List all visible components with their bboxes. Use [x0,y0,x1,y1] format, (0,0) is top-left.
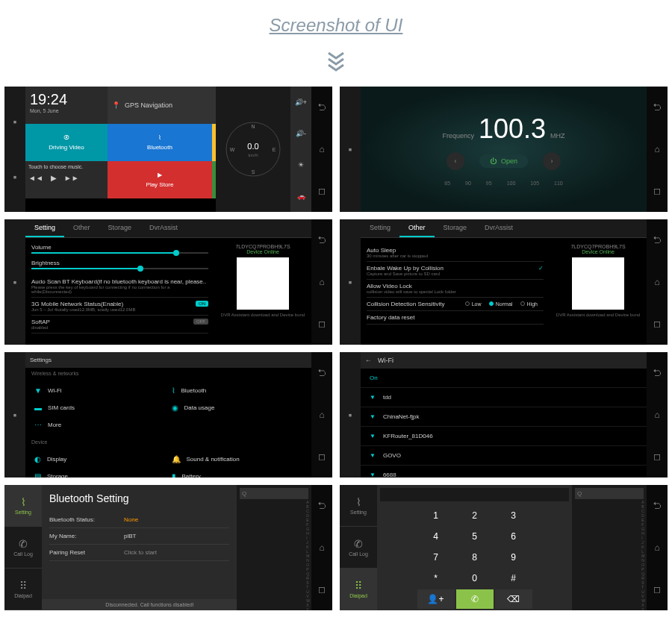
home-icon[interactable]: ⌂ [654,542,659,553]
volume-up-icon[interactable]: 🔊+ [295,98,307,106]
off-toggle[interactable]: OFF [193,319,208,325]
volume-slider[interactable] [31,252,208,254]
bt-side-calllog[interactable]: ✆ Call Log [340,527,377,569]
back-icon[interactable]: ⮌ [317,102,326,113]
bluetooth-tile[interactable]: ⌇ Bluetooth [108,124,212,161]
opt-normal[interactable]: Normal [489,301,513,307]
back-icon[interactable]: ⮌ [653,501,662,511]
open-button[interactable]: ⏻ Open [479,154,528,168]
home-icon[interactable]: ⌂ [654,144,659,154]
clock-widget[interactable]: 19:24 Mon, 5 June [25,87,108,124]
music-widget[interactable]: Touch to choose music. ◄◄ ▶ ►► [25,161,108,198]
recent-icon[interactable]: ◻ [318,186,326,196]
auto-sleep-setting[interactable]: Auto Sleep 30 minutes after car is stopp… [367,244,544,262]
tab-storage[interactable]: Storage [99,219,141,237]
back-icon[interactable]: ⮌ [653,368,662,378]
back-icon[interactable]: ⮌ [317,501,326,511]
prev-station-button[interactable]: ‹ [447,152,464,170]
wake-collision-setting[interactable]: ✓ Enbale Wake Up by Collision Capture an… [367,262,544,280]
tab-dvrassist[interactable]: DvrAssist [140,219,187,237]
bt-keyboard-setting[interactable]: Audo Scan BT Keyboard(if no bluetooth ke… [31,275,208,298]
softap-setting[interactable]: OFF SoftAP disabled [31,316,208,334]
key-5[interactable]: 5 [456,527,494,546]
key-call[interactable]: ✆ [456,589,494,609]
tab-setting[interactable]: Setting [361,219,399,237]
key-1[interactable]: 1 [417,506,455,525]
wifi-network[interactable]: ▼6688 [361,466,647,477]
brightness-slider[interactable] [31,268,208,269]
back-icon[interactable]: ⮌ [317,368,326,378]
home-icon[interactable]: ⌂ [319,542,324,553]
bluetooth-item[interactable]: ⌇Bluetooth [169,382,306,399]
key-8[interactable]: 8 [456,548,494,567]
collision-sensitivity-setting[interactable]: Collision Detection Sensitivity Low Norm… [367,298,544,311]
home-icon[interactable]: ⌂ [654,277,659,287]
key-backspace[interactable]: ⌫ [495,589,532,609]
car-icon[interactable]: 🚗 [297,192,305,200]
wifi-toggle[interactable]: On [361,369,647,388]
tab-other[interactable]: Other [399,219,435,237]
key-2[interactable]: 2 [456,506,494,525]
recent-icon[interactable]: ◻ [653,584,661,595]
key-9[interactable]: 9 [495,548,532,567]
search-input[interactable] [240,488,308,499]
key-4[interactable]: 4 [417,527,455,546]
key-3[interactable]: 3 [495,506,532,525]
tab-storage[interactable]: Storage [435,219,476,237]
recent-icon[interactable]: ◻ [653,186,661,196]
home-icon[interactable]: ⌂ [654,410,659,420]
key-7[interactable]: 7 [417,548,455,567]
recent-icon[interactable]: ◻ [653,451,661,462]
sim-item[interactable]: ▬SIM cards [31,399,169,416]
play-icon[interactable]: ▶ [51,174,57,182]
video-lock-setting[interactable]: Allow Video Lock collision video will sa… [367,280,544,298]
alpha-index[interactable]: ABCDEFGHIJKLMNOPQRSTUVWXYZ [306,500,310,610]
home-icon[interactable]: ⌂ [319,410,324,420]
sound-item[interactable]: 🔔Sound & notification [169,451,306,468]
tab-dvrassist[interactable]: DvrAssist [476,219,522,237]
wifi-network[interactable]: ▼GOVO [361,446,647,466]
prev-icon[interactable]: ◄◄ [28,174,43,182]
home-icon[interactable]: ⌂ [319,144,324,154]
factory-reset-setting[interactable]: Factory data reset [367,311,544,325]
wifi-network[interactable]: ▼ChinaNet-fjpk [361,407,647,427]
bt-side-setting[interactable]: ⌇ Setting [340,485,377,527]
bt-pairing-row[interactable]: Pairing Reset Click to start [49,545,229,561]
search-input[interactable] [575,488,644,499]
brightness-icon[interactable]: ☀ [298,161,304,169]
wifi-network[interactable]: ▼KFRouter_81D046 [361,427,647,446]
more-item[interactable]: ⋯More [31,416,169,433]
tab-setting[interactable]: Setting [25,219,64,237]
key-0[interactable]: 0 [456,569,494,588]
key-add-contact[interactable]: 👤+ [417,589,455,609]
opt-low[interactable]: Low [465,301,482,307]
data-usage-item[interactable]: ◉Data usage [169,399,306,416]
volume-down-icon[interactable]: 🔊- [296,130,306,137]
next-icon[interactable]: ►► [64,174,79,182]
battery-item[interactable]: ▮Battery [169,468,306,477]
recent-icon[interactable]: ◻ [318,319,326,329]
back-icon[interactable]: ⮌ [653,102,662,113]
recent-icon[interactable]: ◻ [318,584,326,595]
play-store-tile[interactable]: ▶ Play Store [108,161,212,198]
bt-side-dialpad[interactable]: ⠿ Dialpad [4,569,42,610]
bt-side-dialpad[interactable]: ⠿ Dialpad [340,569,377,610]
wifi-network[interactable]: ▼tdd [361,388,647,407]
next-station-button[interactable]: › [543,152,561,170]
frequency-scale[interactable]: 85 90 95 100 105 110 [444,181,562,186]
mobile-network-setting[interactable]: ON 3G Mobile Network Status(Enable) Jun … [31,298,208,316]
key-6[interactable]: 6 [495,527,532,546]
alpha-index[interactable]: ABCDEFGHIJKLMNOPQRSTUVWXYZ [641,500,645,610]
bt-side-calllog[interactable]: ✆ Call Log [4,527,42,569]
tab-other[interactable]: Other [64,219,99,237]
back-icon[interactable]: ⮌ [653,235,662,245]
back-icon[interactable]: ⮌ [317,235,326,245]
bt-side-setting[interactable]: ⌇ Setting [4,485,42,527]
recent-icon[interactable]: ◻ [653,319,661,329]
key-star[interactable]: * [417,569,455,588]
driving-video-tile[interactable]: ⦿ Driving Video [25,124,108,161]
key-hash[interactable]: # [495,569,532,588]
storage-item[interactable]: ▤Storage [31,468,169,477]
wifi-item[interactable]: ▼Wi-Fi [31,382,169,399]
home-icon[interactable]: ⌂ [319,277,324,287]
